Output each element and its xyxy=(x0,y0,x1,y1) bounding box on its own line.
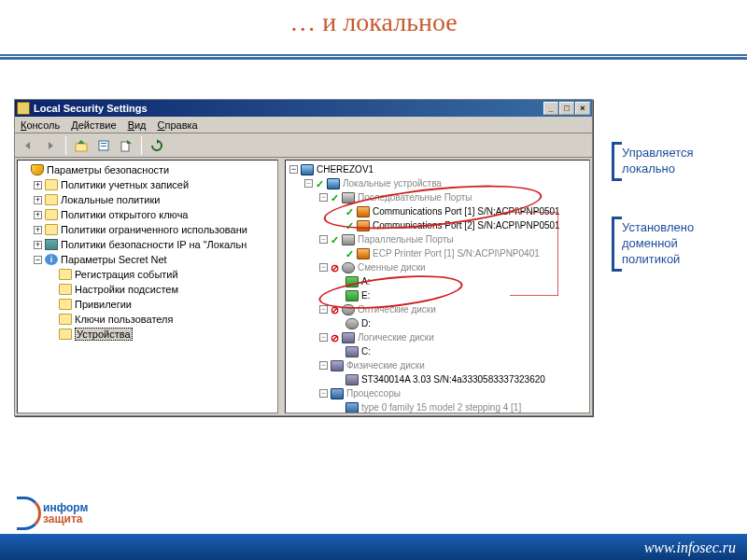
toolbar-separator xyxy=(65,136,66,155)
serial-port-icon xyxy=(357,220,370,231)
ports-icon xyxy=(342,234,355,245)
device-root[interactable]: −CHEREZOV1 xyxy=(288,162,587,176)
folder-icon xyxy=(45,179,58,190)
device-category[interactable]: −⊘Логические диски xyxy=(288,330,587,344)
minimize-button[interactable]: _ xyxy=(543,102,558,115)
footer-url: www.infosec.ru xyxy=(644,539,736,556)
tree-item[interactable]: +Политики открытого ключа xyxy=(20,207,275,222)
check-icon: ✓ xyxy=(316,179,325,189)
device-category[interactable]: −⊘Оптические диски xyxy=(288,302,587,316)
check-icon: ✓ xyxy=(345,221,355,231)
maximize-button[interactable]: □ xyxy=(559,102,574,115)
drive-icon xyxy=(345,290,359,301)
close-button[interactable]: × xyxy=(575,102,590,115)
info-icon: i xyxy=(45,254,58,265)
device-category[interactable]: −Физические диски xyxy=(288,358,587,372)
policy-icon xyxy=(45,239,58,250)
device-item[interactable]: ST340014A 3.03 S/N:4a3330583337323620 xyxy=(288,372,587,386)
toolbar xyxy=(15,133,592,158)
svg-rect-2 xyxy=(101,143,106,144)
callout-local: Управляется локально xyxy=(612,142,719,181)
forward-button[interactable] xyxy=(40,135,61,156)
block-icon: ⊘ xyxy=(331,305,340,315)
tree-item[interactable]: +Политики безопасности IP на "Локальн xyxy=(20,237,275,252)
device-group[interactable]: −✓Локальные устройства xyxy=(288,176,587,190)
right-tree-pane[interactable]: −CHEREZOV1 −✓Локальные устройства −✓Посл… xyxy=(285,160,590,413)
ports-icon xyxy=(342,192,355,203)
folder-icon xyxy=(59,314,72,325)
splitter[interactable] xyxy=(280,158,283,415)
toolbar-separator xyxy=(141,136,142,155)
device-item[interactable]: E: xyxy=(288,288,587,302)
folder-icon xyxy=(59,299,72,310)
logo-line2: защита xyxy=(43,513,88,525)
props-button[interactable] xyxy=(93,135,114,156)
menubar: Консоль Действие Вид Справка xyxy=(15,117,592,133)
slide-title: … и локальное xyxy=(0,7,747,37)
device-item[interactable]: D: xyxy=(288,316,587,330)
menu-help[interactable]: Справка xyxy=(158,119,198,131)
cpu-icon xyxy=(345,402,359,413)
folder-icon xyxy=(59,284,72,295)
tree-item[interactable]: −iПараметры Secret Net xyxy=(20,252,275,267)
device-item[interactable]: A: xyxy=(288,274,587,288)
export-button[interactable] xyxy=(116,135,136,156)
footer-bar xyxy=(0,534,747,560)
left-tree-pane[interactable]: Параметры безопасности +Политики учетных… xyxy=(17,160,278,413)
tree-item-selected[interactable]: Устройства xyxy=(20,327,275,342)
block-icon: ⊘ xyxy=(331,333,340,343)
optical-disk-icon xyxy=(342,304,355,315)
block-icon: ⊘ xyxy=(331,263,340,273)
up-button[interactable] xyxy=(71,135,92,156)
tree-item[interactable]: +Политики ограниченного использовани xyxy=(20,222,275,237)
tree-root[interactable]: Параметры безопасности xyxy=(20,162,275,177)
tree-item[interactable]: +Локальные политики xyxy=(20,192,275,207)
cpu-icon xyxy=(331,388,344,399)
tree-item[interactable]: +Политики учетных записей xyxy=(20,177,275,192)
devices-icon xyxy=(327,178,340,189)
check-icon: ✓ xyxy=(331,235,340,245)
serial-port-icon xyxy=(357,206,370,217)
back-button[interactable] xyxy=(18,135,38,156)
shield-icon xyxy=(31,164,44,175)
tree-item[interactable]: Привилегии xyxy=(20,297,275,312)
device-item[interactable]: ✓Communications Port [1] S/N:ACPI\PNP050… xyxy=(288,204,587,218)
window-title: Local Security Settings xyxy=(34,103,543,114)
svg-rect-3 xyxy=(101,146,106,147)
menu-view[interactable]: Вид xyxy=(128,119,147,131)
tree-item[interactable]: Настройки подсистем xyxy=(20,282,275,297)
logical-disk-icon xyxy=(342,332,355,343)
svg-rect-0 xyxy=(76,144,87,151)
computer-icon xyxy=(301,164,314,175)
folder-icon xyxy=(59,269,72,280)
menu-action[interactable]: Действие xyxy=(71,119,116,131)
disk-icon xyxy=(345,374,359,385)
physical-disk-icon xyxy=(331,360,344,371)
device-category[interactable]: −⊘Сменные диски xyxy=(288,260,587,274)
device-item[interactable]: ✓ECP Printer Port [1] S/N:ACPI\PNP0401 xyxy=(288,246,587,260)
drive-icon xyxy=(345,318,359,329)
brand-logo: информ защита xyxy=(17,497,88,530)
app-window: Local Security Settings _ □ × Консоль Де… xyxy=(14,99,593,416)
device-item[interactable]: C: xyxy=(288,344,587,358)
refresh-button[interactable] xyxy=(147,135,167,156)
check-icon: ✓ xyxy=(331,193,340,203)
device-category[interactable]: −✓Параллельные Порты xyxy=(288,232,587,246)
tree-item[interactable]: Ключи пользователя xyxy=(20,312,275,327)
folder-icon xyxy=(45,209,58,220)
check-icon: ✓ xyxy=(345,207,355,217)
device-category[interactable]: −✓Последовательные Порты xyxy=(288,190,587,204)
device-category[interactable]: −Процессоры xyxy=(288,386,587,400)
parallel-port-icon xyxy=(357,248,370,259)
drive-icon xyxy=(345,346,359,357)
folder-icon xyxy=(45,194,58,205)
callout-domain: Установлено доменной политикой xyxy=(612,217,719,272)
slide-rule xyxy=(0,54,747,60)
device-item[interactable]: ✓Communications Port [2] S/N:ACPI\PNP050… xyxy=(288,218,587,232)
logo-swirl-icon xyxy=(17,497,41,530)
titlebar[interactable]: Local Security Settings _ □ × xyxy=(15,100,592,117)
tree-item[interactable]: Регистрация событий xyxy=(20,267,275,282)
device-item[interactable]: type 0 family 15 model 2 stepping 4 [1] xyxy=(288,400,587,413)
folder-open-icon xyxy=(59,329,72,340)
menu-console[interactable]: Консоль xyxy=(21,119,60,131)
